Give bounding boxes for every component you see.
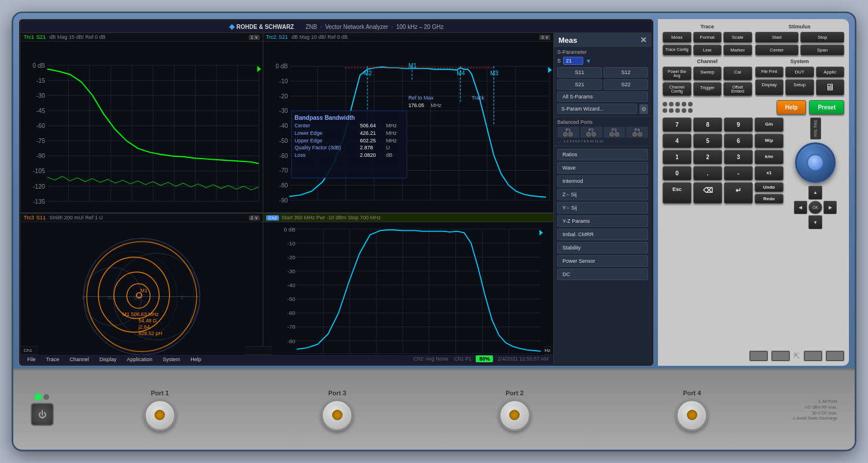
- nav-up[interactable]: ▲: [808, 186, 822, 200]
- key-2[interactable]: 2: [693, 150, 722, 164]
- undo-btn[interactable]: Undo: [755, 182, 784, 192]
- bal-p2[interactable]: P2: [580, 127, 602, 138]
- all-sparams-btn[interactable]: All S-Params: [557, 91, 648, 102]
- key-minus[interactable]: -: [724, 166, 753, 181]
- key-dot[interactable]: .: [693, 166, 722, 181]
- power-bw-avg-btn[interactable]: Power Bw Avg: [663, 67, 692, 80]
- svg-text:dB: dB: [386, 152, 392, 158]
- step-size-btn[interactable]: Step Size: [810, 117, 821, 139]
- power-btn[interactable]: ⏻: [31, 403, 54, 426]
- key-5[interactable]: 5: [693, 134, 722, 148]
- usb-port-2: [771, 351, 790, 361]
- svg-text:j2.64: j2.64: [138, 324, 149, 330]
- help-btn[interactable]: Help: [777, 100, 807, 115]
- intermod-btn[interactable]: Intermod: [557, 175, 648, 187]
- start-btn[interactable]: Start: [755, 32, 799, 43]
- chart-bottom-right[interactable]: Ch2 Start 350 MHz Pwr -10 dBm Stop 700 M…: [263, 214, 553, 346]
- cal-btn[interactable]: Cal: [723, 67, 752, 80]
- stability-btn[interactable]: Stability: [557, 242, 648, 253]
- nav-left[interactable]: ◀: [794, 201, 808, 215]
- channel-config-btn[interactable]: Channel Config: [663, 82, 692, 96]
- s-param-dropdown[interactable]: ▼: [586, 58, 591, 64]
- wave-btn[interactable]: Wave: [557, 162, 648, 174]
- nav-ok[interactable]: OK: [808, 201, 822, 215]
- y-sij-btn[interactable]: Y←Sij: [557, 202, 648, 214]
- meas-close-btn[interactable]: ✕: [640, 35, 647, 45]
- key-km[interactable]: k/m: [755, 150, 784, 164]
- nav-right[interactable]: ▶: [823, 201, 837, 215]
- display-btn[interactable]: Display: [755, 79, 784, 95]
- svg-text:-80: -80: [279, 182, 288, 189]
- wizard-icon-btn[interactable]: ⚙: [639, 104, 648, 114]
- monitor-btn[interactable]: 🖥: [816, 79, 845, 95]
- s-param-input[interactable]: [563, 57, 583, 65]
- port1-center: [155, 410, 165, 420]
- marker-btn[interactable]: Marker: [723, 45, 752, 56]
- bal-p3[interactable]: P3: [604, 127, 626, 138]
- system-section-title: System: [755, 58, 845, 64]
- nav-down[interactable]: ▼: [808, 215, 822, 229]
- offset-embed-btn[interactable]: Offset Embed: [723, 82, 752, 96]
- stop-btn[interactable]: Stop: [800, 32, 844, 43]
- imbal-cmrr-btn[interactable]: Imbal. CMRR: [557, 229, 648, 240]
- chart-right[interactable]: Trc2 S21 dB Mag 10 dB/ Ref 0 dB 3 ∨: [263, 33, 553, 212]
- span-btn[interactable]: Span: [800, 45, 844, 56]
- key-7[interactable]: 7: [663, 117, 692, 132]
- format-ctrl-btn[interactable]: Format: [693, 32, 722, 43]
- key-4[interactable]: 4: [663, 134, 692, 148]
- setup-btn[interactable]: Setup: [785, 79, 814, 95]
- trace-section-title: Trace: [663, 24, 752, 30]
- enter-btn[interactable]: ↵: [724, 182, 753, 204]
- key-1[interactable]: 1: [663, 150, 692, 164]
- meas-ctrl-btn[interactable]: Meas: [663, 32, 692, 43]
- trc1-scale: dB Mag 15 dB/ Ref 0 dB: [48, 34, 106, 40]
- power-sensor-btn[interactable]: Power Sensor: [557, 255, 648, 267]
- trace-btn-grid: Meas Format Scale Trace Config Line Mark…: [663, 32, 752, 56]
- bal-p1[interactable]: P1: [557, 127, 579, 138]
- key-0[interactable]: 0: [663, 166, 692, 181]
- yz-params-btn[interactable]: Y-Z Params: [557, 215, 648, 227]
- key-gn[interactable]: G/n: [755, 117, 784, 132]
- key-x1[interactable]: x1: [755, 166, 784, 181]
- redo-btn[interactable]: Redo: [755, 194, 784, 204]
- backspace-btn[interactable]: ⌫: [693, 182, 722, 204]
- port4-group: Port 4: [604, 389, 781, 431]
- key-8[interactable]: 8: [693, 117, 722, 132]
- rotary-knob[interactable]: [795, 142, 836, 183]
- key-3[interactable]: 3: [724, 150, 753, 164]
- svg-text:-45: -45: [36, 108, 45, 114]
- s21-btn[interactable]: S21: [557, 79, 602, 90]
- svg-rect-114: [272, 222, 544, 355]
- z-sij-btn[interactable]: Z←Sij: [557, 189, 648, 200]
- key-9[interactable]: 9: [724, 117, 753, 132]
- ratios-btn[interactable]: Ratios: [557, 149, 648, 160]
- key-mmu[interactable]: M/μ: [755, 134, 784, 148]
- power-area: ⏻: [31, 394, 54, 426]
- smith-chart[interactable]: Trc3 S11 Smith 200 mU/ Ref 1 U 2 ∨: [21, 214, 263, 346]
- chart-left[interactable]: Trc1 S21 dB Mag 15 dB/ Ref 0 dB 1 ∨: [21, 33, 263, 212]
- s11-btn[interactable]: S11: [557, 67, 602, 78]
- s12-btn[interactable]: S12: [604, 67, 648, 78]
- dot-grid: [663, 102, 693, 113]
- scale-ctrl-btn[interactable]: Scale: [723, 32, 752, 43]
- s22-btn[interactable]: S22: [604, 79, 648, 90]
- center-btn[interactable]: Center: [755, 45, 799, 56]
- trace-config-btn[interactable]: Trace Config: [663, 45, 692, 56]
- trigger-btn[interactable]: Trigger: [693, 82, 722, 96]
- svg-text:-20: -20: [279, 93, 288, 100]
- key-6[interactable]: 6: [724, 134, 753, 148]
- system-btn-grid: File Print DUT Applic Display Setup 🖥: [755, 67, 845, 95]
- sweep-btn[interactable]: Sweep: [693, 67, 722, 80]
- applic-btn[interactable]: Applic: [816, 67, 845, 78]
- esc-btn[interactable]: Esc: [663, 182, 692, 204]
- bal-p4[interactable]: P4: [626, 127, 648, 138]
- line-btn[interactable]: Line: [693, 45, 722, 56]
- preset-btn[interactable]: Preset: [809, 100, 844, 115]
- dut-btn[interactable]: DUT: [785, 67, 814, 78]
- svg-text:2.0820: 2.0820: [360, 152, 376, 158]
- dc-btn[interactable]: DC: [557, 269, 648, 280]
- file-print-btn[interactable]: File Print: [755, 67, 784, 78]
- brand-diamond: ◈: [229, 23, 234, 31]
- svg-text:-80: -80: [287, 338, 295, 344]
- wizard-btn[interactable]: S-Param Wizard...: [557, 104, 637, 114]
